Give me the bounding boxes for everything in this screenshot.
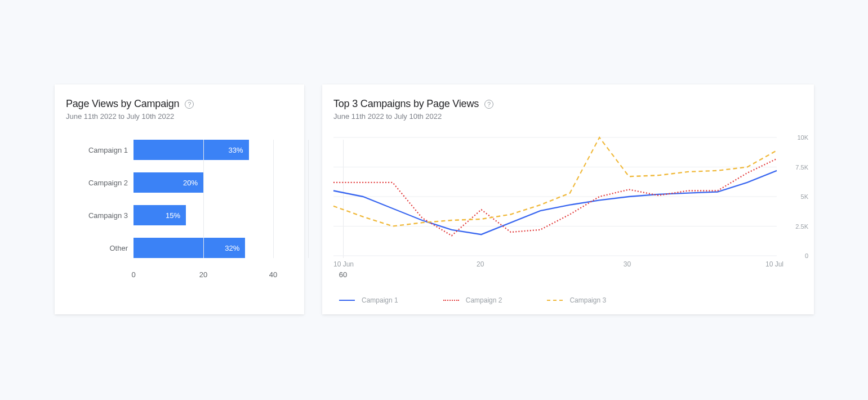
card-subtitle: June 11th 2022 to July 10th 2022	[333, 112, 803, 121]
legend-swatch	[443, 300, 459, 301]
x-tick-label: 20	[199, 270, 207, 279]
top-3-campaigns-card: Top 3 Campaigns by Page Views ? June 11t…	[322, 85, 814, 314]
line-series-campaign-3	[333, 137, 777, 226]
legend-label: Campaign 2	[466, 296, 502, 304]
line-chart: 02.5K5K7.5K10K 10 Jun203010 Jul Campaign…	[333, 137, 803, 304]
gridline	[203, 140, 204, 258]
x-tick-label: 10 Jun	[333, 260, 354, 268]
bar-category-label: Campaign 1	[66, 146, 133, 154]
bar-category-label: Campaign 3	[66, 211, 133, 220]
x-tick-label: 40	[269, 270, 277, 279]
y-tick-label: 5K	[801, 193, 808, 200]
legend-label: Campaign 3	[569, 296, 606, 304]
bar-category-label: Campaign 2	[66, 179, 133, 187]
y-tick-label: 2.5K	[795, 223, 808, 230]
x-tick-label: 30	[624, 260, 631, 268]
card-title: Top 3 Campaigns by Page Views	[333, 98, 479, 110]
gridline	[273, 140, 274, 258]
gridline	[308, 140, 309, 258]
card-title: Page Views by Campaign	[66, 98, 179, 110]
y-tick-label: 10K	[797, 134, 808, 141]
legend-item: Campaign 3	[547, 296, 606, 304]
legend-item: Campaign 2	[443, 296, 502, 304]
page-views-by-campaign-card: Page Views by Campaign ? June 11th 2022 …	[55, 85, 304, 314]
y-tick-label: 0	[805, 252, 808, 259]
help-icon[interactable]: ?	[484, 100, 493, 109]
card-subtitle: June 11th 2022 to July 10th 2022	[66, 112, 293, 121]
bar-chart: Campaign 133%Campaign 220%Campaign 315%O…	[66, 140, 293, 282]
help-icon[interactable]: ?	[185, 100, 194, 109]
legend-swatch	[339, 300, 355, 301]
legend-item: Campaign 1	[339, 296, 398, 304]
line-series-campaign-2	[333, 159, 777, 236]
x-tick-label: 0	[131, 270, 135, 279]
y-tick-label: 7.5K	[795, 164, 808, 171]
bar-category-label: Other	[66, 244, 133, 252]
x-tick-label: 20	[477, 260, 484, 268]
x-tick-label: 10 Jul	[765, 260, 784, 268]
legend-label: Campaign 1	[362, 296, 398, 304]
legend-swatch	[547, 300, 563, 301]
